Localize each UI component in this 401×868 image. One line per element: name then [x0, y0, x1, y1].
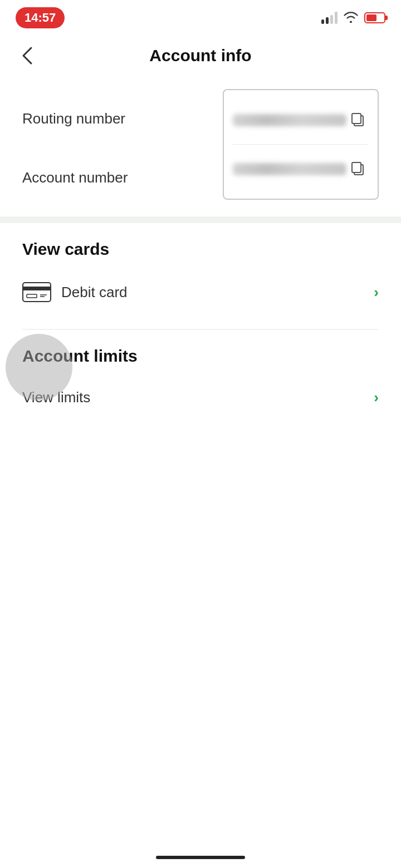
page-title: Account info	[149, 46, 251, 65]
signal-bar-1	[321, 19, 324, 24]
view-limits-item[interactable]: View limits ›	[22, 379, 379, 416]
debit-card-item-left: Debit card	[22, 282, 128, 302]
section-divider-1	[0, 216, 401, 223]
account-values-box	[223, 89, 379, 200]
account-limits-title: Account limits	[22, 347, 379, 366]
svg-rect-3	[352, 162, 361, 172]
signal-bar-2	[326, 17, 329, 24]
signal-bars-icon	[321, 12, 338, 24]
status-icons	[321, 11, 385, 26]
debit-card-icon	[22, 282, 51, 302]
routing-row	[233, 96, 369, 144]
header: Account info	[0, 33, 401, 78]
account-value	[233, 163, 346, 175]
status-time: 14:57	[16, 7, 65, 28]
svg-rect-1	[352, 114, 361, 124]
account-row	[233, 144, 369, 193]
debit-card-chevron-icon: ›	[374, 284, 379, 301]
view-limits-label: View limits	[22, 389, 90, 406]
view-cards-title: View cards	[22, 240, 379, 259]
signal-bar-4	[335, 12, 338, 24]
account-info-section: Routing number Account number	[0, 78, 401, 216]
copy-routing-button[interactable]	[346, 108, 369, 132]
debit-card-label: Debit card	[61, 284, 128, 301]
account-limits-section: Account limits View limits ›	[0, 330, 401, 433]
copy-account-button[interactable]	[346, 157, 369, 181]
view-limits-chevron-icon: ›	[374, 389, 379, 406]
signal-bar-3	[330, 15, 333, 24]
svg-rect-5	[23, 287, 51, 290]
routing-label: Routing number	[22, 91, 212, 146]
routing-value	[233, 114, 346, 126]
wifi-icon	[343, 11, 359, 26]
account-label: Account number	[22, 150, 212, 198]
battery-fill	[366, 14, 376, 21]
debit-card-item[interactable]: Debit card ›	[22, 272, 379, 312]
view-cards-section: View cards Debit card ›	[0, 223, 401, 329]
battery-icon	[364, 12, 385, 23]
status-bar: 14:57	[0, 0, 401, 33]
home-indicator	[156, 856, 245, 859]
svg-rect-4	[23, 283, 51, 302]
back-button[interactable]	[17, 41, 38, 70]
svg-rect-6	[27, 294, 37, 298]
